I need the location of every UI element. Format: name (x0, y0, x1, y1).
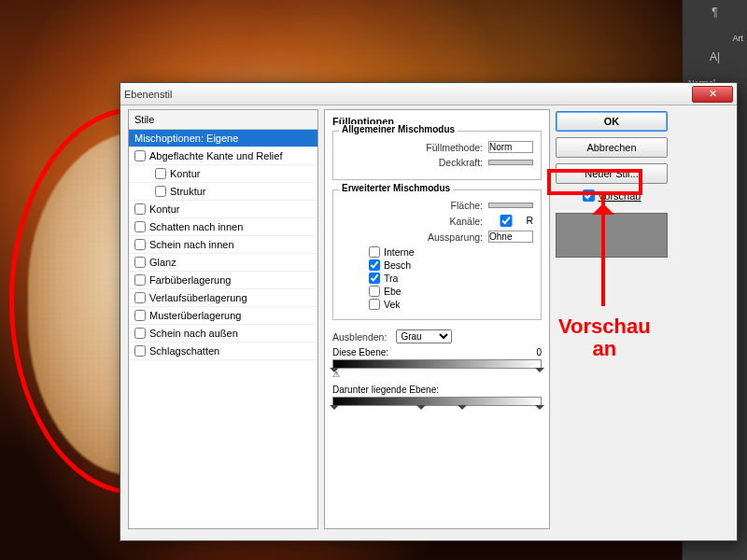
layer-style-dialog: Ebenenstil ✕ Stile Mischoptionen: Eigene… (120, 82, 738, 541)
general-blend-group: Allgemeiner Mischmodus Füllmethode: Deck… (332, 131, 542, 180)
style-label: Verlaufsüberlagerung (149, 292, 247, 303)
extended-blend-legend: Erweiterter Mischmodus (339, 183, 453, 193)
close-button[interactable]: ✕ (692, 86, 733, 103)
style-label: Glanz (149, 257, 176, 268)
style-label: Abgeflachte Kante und Relief (149, 150, 283, 161)
style-item[interactable]: Abgeflachte Kante und Relief (129, 147, 317, 165)
style-label: Kontur (170, 168, 200, 179)
style-checkbox[interactable] (134, 274, 146, 286)
knockout-label: Aussparung: (341, 231, 488, 243)
red-rect-annotation (547, 169, 642, 195)
style-checkbox[interactable] (134, 345, 146, 357)
channels-label: Kanäle: (341, 216, 488, 227)
style-checkbox[interactable] (134, 292, 146, 303)
style-item[interactable]: Schein nach innen (129, 236, 317, 254)
style-label: Mischoptionen: Eigene (134, 133, 238, 144)
blend-option[interactable]: Interne (369, 246, 533, 258)
blend-option-label: Besch (384, 259, 411, 271)
style-checkbox[interactable] (134, 203, 146, 215)
channel-r-check[interactable] (488, 215, 524, 227)
style-checkbox[interactable] (134, 310, 146, 321)
style-label: Farbüberlagerung (149, 274, 231, 286)
opacity-slider[interactable] (488, 160, 533, 165)
this-layer-label: Diese Ebene: (332, 347, 388, 357)
blend-option[interactable]: Ebe (369, 286, 533, 297)
style-item[interactable]: Kontur (129, 201, 317, 218)
style-item[interactable]: Schlagschatten (129, 343, 317, 360)
ok-button[interactable]: OK (556, 111, 668, 132)
under-layer-label: Darunter liegende Ebene: (332, 385, 439, 395)
style-item[interactable]: Mischoptionen: Eigene (129, 130, 317, 147)
style-item[interactable]: Schein nach außen (129, 325, 317, 343)
style-checkbox[interactable] (134, 328, 146, 339)
styles-header: Stile (129, 110, 317, 130)
fill-opacity-slider[interactable] (488, 203, 533, 208)
fillmethod-select[interactable] (488, 141, 533, 153)
style-item[interactable]: Verlaufsüberlagerung (129, 289, 317, 307)
style-label: Schein nach innen (149, 239, 234, 250)
style-checkbox[interactable] (134, 221, 146, 232)
blend-option-check[interactable] (369, 299, 380, 310)
blendif-select[interactable]: Grau (396, 329, 452, 343)
style-checkbox[interactable] (134, 239, 146, 250)
preview-swatch (556, 213, 668, 258)
opacity-label: Deckkraft: (341, 157, 488, 168)
style-item[interactable]: Struktur (129, 183, 317, 201)
channel-r-label: R (526, 215, 533, 227)
blend-option-check[interactable] (369, 259, 380, 271)
this-layer-slider[interactable] (332, 359, 542, 369)
style-item[interactable]: Kontur (129, 165, 317, 183)
blend-option-label: Interne (384, 246, 415, 258)
cancel-button[interactable]: Abbrechen (556, 137, 668, 158)
style-item[interactable]: Schatten nach innen (129, 218, 317, 236)
style-checkbox[interactable] (155, 186, 166, 197)
blend-option-label: Tra (384, 273, 398, 284)
dialog-title: Ebenenstil (124, 89, 172, 100)
style-checkbox[interactable] (134, 150, 146, 161)
style-label: Schein nach außen (149, 328, 238, 339)
extended-blend-group: Erweiterter Mischmodus Fläche: Kanäle:R … (332, 189, 542, 320)
styles-list: Stile Mischoptionen: EigeneAbgeflachte K… (128, 109, 318, 529)
blend-option[interactable]: Tra (369, 273, 533, 284)
blend-option-label: Vek (384, 299, 401, 310)
style-label: Musterüberlagerung (149, 310, 241, 321)
style-checkbox[interactable] (134, 257, 146, 268)
annotation-text: Vorschauan (558, 315, 651, 360)
blend-option-check[interactable] (369, 286, 380, 297)
art-label: Art (683, 32, 747, 45)
blend-option[interactable]: Vek (369, 299, 533, 310)
style-label: Kontur (149, 203, 179, 215)
red-arrow-annotation (601, 194, 605, 306)
blend-option-label: Ebe (384, 286, 402, 297)
fill-options-panel: Fülloptionen Allgemeiner Mischmodus Füll… (324, 109, 550, 529)
blend-option-check[interactable] (369, 273, 380, 284)
blendif-label: Ausblenden: (332, 331, 392, 343)
align-icon[interactable]: A| (705, 50, 726, 71)
area-label: Fläche: (341, 200, 488, 211)
style-label: Schlagschatten (149, 345, 219, 357)
style-item[interactable]: Farbüberlagerung (129, 272, 317, 289)
fillmethod-label: Füllmethode: (341, 142, 488, 153)
style-checkbox[interactable] (155, 168, 166, 179)
style-label: Struktur (170, 186, 206, 197)
style-item[interactable]: Musterüberlagerung (129, 307, 317, 325)
blend-option-check[interactable] (369, 246, 380, 258)
glyph-icon[interactable]: ¶ (705, 6, 726, 26)
this-layer-val: 0 (536, 347, 542, 357)
knockout-select[interactable] (488, 231, 533, 243)
style-label: Schatten nach innen (149, 221, 243, 232)
under-layer-slider[interactable] (332, 397, 542, 406)
blend-option[interactable]: Besch (369, 259, 533, 271)
style-item[interactable]: Glanz (129, 254, 317, 272)
dialog-titlebar[interactable]: Ebenenstil ✕ (120, 83, 737, 105)
general-blend-legend: Allgemeiner Mischmodus (339, 124, 458, 134)
